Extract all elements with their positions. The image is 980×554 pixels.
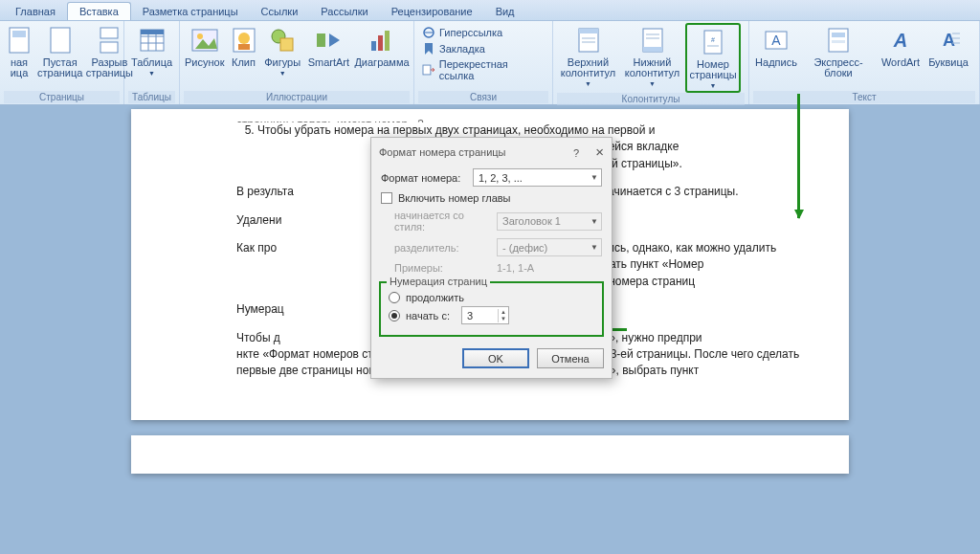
- svg-rect-10: [141, 30, 164, 34]
- tab-home[interactable]: Главная: [4, 3, 67, 20]
- separator-select: - (дефис) ▼: [497, 238, 602, 256]
- tab-layout[interactable]: Разметка страницы: [131, 3, 250, 20]
- number-format-select[interactable]: 1, 2, 3, ... ▼: [473, 168, 602, 187]
- group-illustrations-label: Иллюстрации: [184, 91, 410, 103]
- svg-rect-42: [832, 33, 845, 37]
- hyperlink-button[interactable]: Гиперссылка: [418, 25, 548, 40]
- dialog-title: Формат номера страницы: [379, 146, 506, 158]
- chart-button[interactable]: Диаграмма: [354, 23, 410, 68]
- svg-rect-2: [51, 28, 70, 53]
- spin-down-icon[interactable]: ▼: [498, 316, 508, 322]
- tab-references[interactable]: Ссылки: [250, 3, 310, 20]
- ribbon: ная ица Пустая страница Разрыв страницы …: [0, 21, 980, 105]
- page-numbering-fieldset: Нумерация страниц продолжить начать с: 3…: [379, 281, 604, 337]
- svg-rect-1: [12, 31, 26, 37]
- page-number-format-dialog: Формат номера страницы ? × Формат номера…: [370, 137, 612, 379]
- ribbon-tabs: Главная Вставка Разметка страницы Ссылки…: [0, 0, 980, 21]
- tab-review[interactable]: Рецензирование: [380, 3, 484, 20]
- separator-label: разделитель:: [381, 242, 491, 254]
- group-tables-label: Таблицы: [128, 91, 175, 103]
- group-text-label: Текст: [753, 91, 975, 103]
- include-chapter-label: Включить номер главы: [398, 192, 511, 204]
- header-button[interactable]: Верхний колонтитул▼: [557, 23, 619, 89]
- start-at-spinner[interactable]: 3 ▲▼: [461, 306, 509, 324]
- svg-text:A: A: [771, 33, 781, 48]
- svg-point-15: [238, 33, 250, 44]
- page-number-button[interactable]: # Номер страницы▼: [685, 23, 741, 93]
- group-links-label: Связи: [418, 91, 548, 103]
- arrow-to-pagenumber: [797, 94, 800, 218]
- starts-style-label: начинается со стиля:: [381, 210, 491, 233]
- table-button[interactable]: Таблица ▼: [128, 23, 175, 78]
- starts-style-select: Заголовок 1 ▼: [497, 212, 602, 231]
- cover-page-button[interactable]: ная ица: [4, 23, 34, 78]
- svg-point-12: [197, 33, 203, 39]
- svg-text:A: A: [893, 30, 907, 51]
- next-page: [131, 435, 849, 474]
- tab-view[interactable]: Вид: [484, 3, 526, 20]
- textbox-button[interactable]: A Надпись: [753, 23, 799, 68]
- tab-insert[interactable]: Вставка: [67, 2, 131, 20]
- include-chapter-checkbox[interactable]: [381, 192, 392, 204]
- svg-rect-22: [378, 35, 383, 51]
- picture-button[interactable]: Рисунок: [184, 23, 226, 68]
- start-at-value: 3: [467, 310, 473, 321]
- svg-rect-19: [317, 33, 325, 47]
- quickparts-button[interactable]: Экспресс-блоки: [801, 23, 876, 78]
- help-icon[interactable]: ?: [573, 147, 579, 159]
- svg-text:#: #: [711, 36, 715, 43]
- clip-button[interactable]: Клип: [228, 23, 260, 68]
- svg-rect-4: [100, 42, 118, 53]
- crossref-button[interactable]: Перекрестная ссылка: [418, 57, 548, 82]
- svg-rect-16: [238, 44, 250, 50]
- shapes-button[interactable]: Фигуры ▼: [262, 23, 303, 78]
- examples-value: 1-1, 1-A: [497, 262, 534, 274]
- wordart-button[interactable]: A WordArt: [878, 23, 924, 68]
- spin-up-icon[interactable]: ▲: [498, 309, 508, 316]
- footer-button[interactable]: Нижний колонтитул▼: [621, 23, 683, 89]
- blank-page-label: Пустая страница: [37, 57, 82, 78]
- svg-rect-33: [643, 47, 662, 52]
- bookmark-button[interactable]: Закладка: [418, 41, 548, 56]
- fieldset-legend: Нумерация страниц: [387, 276, 490, 287]
- continue-radio[interactable]: [389, 292, 400, 303]
- ok-button[interactable]: OK: [462, 348, 529, 368]
- cancel-button[interactable]: Отмена: [537, 348, 604, 368]
- svg-marker-26: [425, 43, 433, 55]
- format-label: Формат номера:: [381, 172, 467, 184]
- svg-rect-27: [423, 65, 431, 75]
- svg-rect-23: [385, 31, 390, 51]
- svg-rect-18: [280, 38, 293, 51]
- cover-page-label: ная ица: [5, 57, 33, 78]
- group-pages-label: Страницы: [4, 91, 120, 103]
- smartart-button[interactable]: SmartArt: [305, 23, 352, 68]
- svg-rect-3: [100, 28, 118, 38]
- chevron-down-icon: ▼: [148, 68, 155, 78]
- close-icon[interactable]: ×: [595, 144, 604, 160]
- svg-rect-29: [579, 29, 598, 33]
- dropcap-button[interactable]: A Буквица: [925, 23, 971, 68]
- examples-label: Примеры:: [381, 262, 491, 274]
- start-at-radio[interactable]: [389, 310, 400, 321]
- svg-rect-21: [371, 41, 376, 51]
- svg-marker-20: [329, 33, 340, 47]
- blank-page-button[interactable]: Пустая страница: [36, 23, 83, 78]
- chevron-down-icon: ▼: [590, 173, 598, 182]
- table-label: Таблица: [131, 57, 172, 68]
- group-headerfooter-label: Колонтитулы: [557, 93, 745, 105]
- svg-rect-43: [832, 40, 845, 43]
- tab-mailings[interactable]: Рассылки: [309, 3, 379, 20]
